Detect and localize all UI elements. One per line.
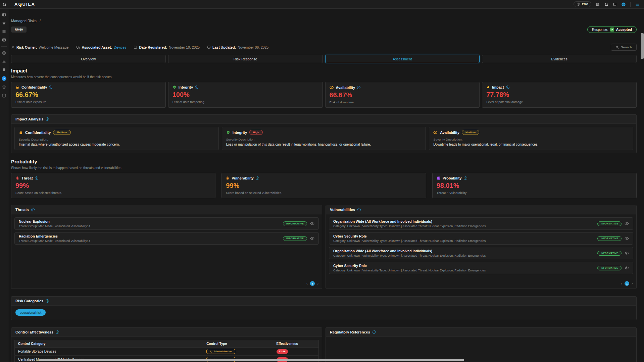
search-label: Search [621,45,632,49]
card-title: Probability [443,176,462,180]
web-globe-icon[interactable] [2,51,6,55]
check-circle-icon-active[interactable] [2,76,6,81]
info-icon[interactable] [357,208,361,211]
info-icon[interactable] [49,86,52,89]
eye-icon[interactable] [625,221,629,226]
info-icon[interactable] [31,208,35,211]
vulnerability-item-subtitle: Category: Unknown | Vulnerability Type: … [333,224,486,228]
world-sphere-icon[interactable] [621,2,626,7]
tab-assessment[interactable]: Assessment [325,55,480,63]
language-label: ENG [582,3,588,6]
card-title: Integrity [179,85,193,89]
menu-icon[interactable] [635,2,640,6]
horizontal-scrollbar-thumb[interactable] [39,359,464,361]
card-desc: Score based on selected vulnerabilities. [226,191,422,195]
control-type-badge: Administrative [206,349,235,354]
control-category-cell: Portable Storage Devices [15,348,203,356]
database-icon[interactable] [2,94,6,98]
availability-value: 66.67% [330,91,476,99]
bug-icon [226,176,230,180]
sidebar-divider [1,46,7,47]
severity-desc-label: Severity Description: [19,138,214,141]
tab-bar: Overview Risk Response Assessment Eviden… [11,55,637,63]
threat-list-item[interactable]: Radiation Emergencies Threat Group: Man … [14,232,319,245]
person-icon [11,45,15,49]
response-status-pill[interactable]: Response: Accepted [587,26,637,33]
star-icon[interactable] [2,21,6,25]
info-icon[interactable] [357,86,360,89]
risk-id-badge: RM60 [11,27,27,33]
globe-icon [577,2,580,6]
info-icon[interactable] [373,330,376,334]
info-icon[interactable] [256,176,259,180]
risk-category-chip[interactable]: operational risk [15,309,46,316]
vulnerability-list-item[interactable]: Cyber Security Role Category: Unknown | … [329,262,633,274]
integrity-card: Integrity 100% Risk of data tampering. [168,82,323,108]
page-number[interactable]: 1 [310,281,315,286]
eye-icon[interactable] [625,251,629,255]
next-page-icon[interactable]: › [317,281,318,286]
brand-q-dot [20,4,22,6]
vertical-scrollbar-thumb[interactable] [641,33,644,59]
vulnerabilities-panel: Vulnerabilities Organization Wide (All W… [326,205,637,289]
analysis-title: Confidentiality [25,131,51,135]
risk-id-row: RM60 Response: Accepted [11,26,637,33]
shield-icon[interactable] [2,68,6,72]
info-icon[interactable] [35,176,38,180]
info-icon[interactable] [46,299,49,303]
search-button[interactable]: Search [611,44,637,51]
tab-evidences[interactable]: Evidences [482,55,637,63]
library-icon[interactable] [596,2,600,6]
prev-page-icon[interactable]: ‹ [621,281,622,286]
info-icon[interactable] [46,117,49,121]
vulnerability-item-subtitle: Category: Unknown | Vulnerability Type: … [333,254,486,257]
user-shield-icon[interactable] [2,85,6,89]
info-icon[interactable] [56,330,59,334]
asset-link[interactable]: Devices [114,45,126,49]
tab-overview[interactable]: Overview [11,55,166,63]
info-icon[interactable] [506,86,509,89]
regulatory-references-panel: Regulatory References No regulatory refe… [326,327,637,362]
main-content: Managed Risks / RM60 Response: Accepted … [8,9,644,362]
severity-badge: High [249,130,263,135]
eye-icon[interactable] [310,236,314,241]
search-icon [615,46,619,49]
analysis-confidentiality-card: Confidentiality Medium Severity Descript… [14,127,219,150]
home-icon[interactable] [0,2,8,6]
threat-list-item[interactable]: Nuclear Explosion Threat Group: Man Made… [14,217,319,230]
bell-icon[interactable] [604,2,608,6]
shield-check-icon [226,131,230,135]
vulnerability-list-item[interactable]: Organization Wide (All Workforce and Inv… [329,247,633,259]
table-header-row: Control Category Control Type Effectiven… [15,340,319,348]
eye-icon[interactable] [625,266,629,270]
book-icon[interactable] [613,2,617,6]
control-effectiveness-title: Control Effectiveness [15,330,53,334]
next-page-icon[interactable]: › [632,281,633,286]
vulnerability-list-item[interactable]: Organization Wide (All Workforce and Inv… [329,217,633,230]
risk-meta-row: Risk Owner: Welcome Message Associated A… [11,44,637,51]
page-number[interactable]: 1 [625,281,629,286]
info-icon[interactable] [195,86,198,89]
table-view-icon[interactable] [2,38,6,42]
language-selector[interactable]: ENG [574,1,591,7]
eye-icon[interactable] [625,236,629,241]
eye-icon[interactable] [310,221,314,226]
info-icon[interactable] [464,176,467,180]
tab-risk-response[interactable]: Risk Response [168,55,323,63]
panel-toggle-icon[interactable] [2,13,6,17]
impact-section-title: Impact [11,68,637,73]
severity-desc: Loss or manipulation of this data can re… [226,143,422,146]
bank-icon[interactable] [2,59,6,63]
threat-item-subtitle: Threat Group: Man Made | Associated Vuln… [19,239,90,243]
meta-label: Last Updated: [212,45,236,49]
threat-card: Threat 99% Score based on selected threa… [11,173,215,198]
vulnerability-list-item[interactable]: Cyber Security Role Category: Unknown | … [329,232,633,245]
impact-analysis-title: Impact Analysis [15,117,43,121]
card-title: Vulnerability [232,176,254,180]
breadcrumb-link[interactable]: Managed Risks [11,19,37,23]
list-menu-icon[interactable] [2,30,6,34]
prev-page-icon[interactable]: ‹ [306,281,308,286]
response-label: Response: [592,28,608,32]
severity-badge: Medium [53,130,70,135]
table-row[interactable]: Portable Storage Devices Administrative … [15,348,319,356]
